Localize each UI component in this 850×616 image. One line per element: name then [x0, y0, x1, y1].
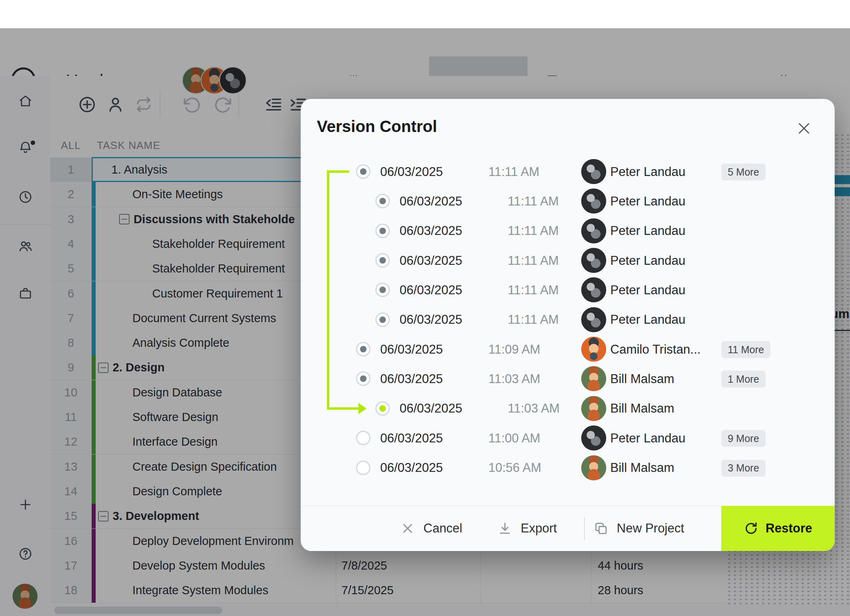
app-screen: PM Hardwa... LISTBOARDGANTTSHEETDASHBOAR…: [0, 0, 850, 616]
restore-refresh-icon: [744, 521, 758, 536]
cancel-label: Cancel: [423, 521, 463, 536]
version-time: 11:11 AM: [508, 186, 559, 216]
radio-dot: [379, 316, 386, 323]
download-icon: [497, 521, 513, 536]
version-row[interactable]: 06/03/202511:11 AMPeter Landau: [301, 305, 835, 335]
version-row[interactable]: 06/03/202511:09 AMCamilo Tristan...11 Mo…: [301, 335, 835, 364]
version-user-name: Peter Landau: [610, 216, 685, 246]
version-radio[interactable]: [356, 164, 371, 179]
version-date: 06/03/2025: [380, 423, 443, 453]
radio-dot: [360, 375, 366, 382]
modal-title: Version Control: [317, 117, 437, 136]
version-date: 06/03/2025: [400, 246, 462, 275]
version-user-name: Peter Landau: [610, 423, 685, 453]
version-radio[interactable]: [375, 194, 390, 208]
version-radio[interactable]: [375, 253, 390, 268]
version-user-avatar: [581, 337, 606, 362]
close-icon[interactable]: [796, 120, 812, 136]
version-time: 11:11 AM: [508, 216, 559, 246]
version-control-modal: Version Control 06/03/202511:11 AMPeter …: [301, 99, 835, 551]
version-date: 06/03/2025: [400, 186, 462, 216]
version-date: 06/03/2025: [380, 335, 443, 364]
version-user-name: Peter Landau: [610, 157, 685, 186]
version-user-name: Bill Malsam: [610, 394, 674, 423]
version-date: 06/03/2025: [380, 453, 443, 483]
footer-button-divider: [584, 517, 585, 540]
version-radio[interactable]: [375, 224, 390, 238]
version-user-avatar: [581, 396, 606, 421]
version-date: 06/03/2025: [400, 394, 462, 423]
export-button[interactable]: Export: [497, 506, 557, 551]
version-radio[interactable]: [375, 401, 390, 416]
radio-dot: [379, 198, 386, 204]
version-row[interactable]: 06/03/202511:03 AMBill Malsam1 More: [301, 364, 835, 394]
new-project-label: New Project: [617, 521, 684, 536]
version-radio[interactable]: [356, 371, 371, 386]
version-time: 11:11 AM: [508, 246, 559, 275]
version-row[interactable]: 06/03/202511:11 AMPeter Landau: [301, 216, 835, 246]
version-user-avatar: [581, 307, 606, 332]
restore-button[interactable]: Restore: [721, 506, 835, 551]
version-row[interactable]: 06/03/202511:11 AMPeter Landau: [301, 275, 835, 305]
version-date: 06/03/2025: [400, 305, 462, 335]
version-user-avatar: [581, 189, 606, 214]
version-time: 11:03 AM: [508, 394, 560, 423]
version-radio[interactable]: [375, 283, 390, 297]
copy-icon: [593, 521, 609, 536]
version-user-name: Camilo Tristan...: [610, 335, 701, 364]
version-user-avatar: [581, 159, 606, 184]
version-date: 06/03/2025: [400, 216, 462, 246]
version-row[interactable]: 06/03/202511:11 AMPeter Landau: [301, 186, 835, 216]
radio-dot: [360, 346, 366, 352]
version-time: 11:00 AM: [488, 423, 540, 453]
version-user-avatar: [581, 248, 606, 273]
version-radio[interactable]: [356, 461, 371, 475]
radio-dot: [379, 257, 386, 264]
version-row[interactable]: 06/03/202511:11 AMPeter Landau5 More: [301, 157, 835, 186]
new-project-button[interactable]: New Project: [593, 506, 684, 551]
more-versions-badge[interactable]: 1 More: [721, 371, 766, 388]
version-user-name: Bill Malsam: [610, 364, 674, 394]
version-time: 11:11 AM: [508, 305, 559, 335]
version-user-avatar: [581, 218, 606, 243]
version-radio[interactable]: [356, 342, 371, 356]
version-user-name: Peter Landau: [610, 186, 685, 216]
version-row[interactable]: 06/03/202511:03 AMBill Malsam: [301, 394, 835, 423]
more-versions-badge[interactable]: 11 More: [721, 341, 770, 358]
version-user-name: Peter Landau: [610, 275, 685, 305]
cancel-button[interactable]: Cancel: [400, 506, 463, 551]
radio-dot: [379, 405, 386, 412]
version-date: 06/03/2025: [380, 364, 443, 394]
version-time: 11:03 AM: [488, 364, 540, 394]
version-time: 11:11 AM: [508, 275, 559, 305]
version-row[interactable]: 06/03/202511:00 AMPeter Landau9 More: [301, 423, 835, 453]
version-time: 11:11 AM: [488, 157, 539, 186]
version-date: 06/03/2025: [400, 275, 462, 305]
version-row[interactable]: 06/03/202510:56 AMBill Malsam3 More: [301, 453, 835, 483]
version-user-avatar: [581, 455, 606, 480]
version-user-avatar: [581, 366, 606, 391]
version-user-name: Peter Landau: [610, 246, 685, 275]
version-date: 06/03/2025: [380, 157, 443, 186]
version-radio[interactable]: [356, 431, 371, 445]
radio-dot: [379, 228, 386, 234]
more-versions-badge[interactable]: 3 More: [721, 460, 766, 477]
version-user-name: Peter Landau: [610, 305, 685, 335]
version-user-avatar: [581, 425, 606, 450]
restore-label: Restore: [766, 521, 812, 536]
more-versions-badge[interactable]: 9 More: [721, 430, 766, 447]
more-versions-badge[interactable]: 5 More: [721, 163, 766, 180]
version-time: 10:56 AM: [488, 453, 541, 483]
version-user-avatar: [581, 277, 606, 302]
radio-dot: [360, 168, 366, 175]
version-radio[interactable]: [375, 312, 390, 327]
version-time: 11:09 AM: [488, 335, 540, 364]
version-user-name: Bill Malsam: [610, 453, 674, 483]
export-label: Export: [521, 521, 557, 536]
radio-dot: [379, 287, 386, 293]
version-row[interactable]: 06/03/202511:11 AMPeter Landau: [301, 246, 835, 275]
cancel-x-icon: [400, 521, 415, 536]
